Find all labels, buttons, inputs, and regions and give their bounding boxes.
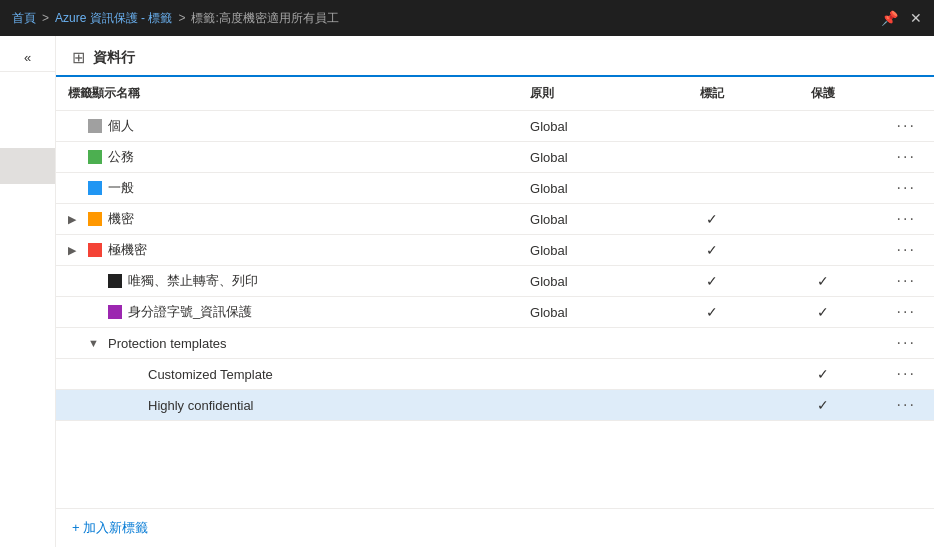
tag-check-icon: ✓ <box>706 242 718 258</box>
label-cell: 唯獨、禁止轉寄、列印 <box>68 272 506 290</box>
label-cell: ▼Protection templates <box>68 336 506 351</box>
content-panel: ⊞ 資料行 標籤顯示名稱 原則 標記 保護 <box>56 36 934 547</box>
policy-cell: Global <box>518 235 657 266</box>
more-options-button[interactable]: ··· <box>897 396 916 413</box>
label-name: 機密 <box>108 210 134 228</box>
table-row[interactable]: 個人Global··· <box>56 111 934 142</box>
protection-cell <box>768 111 879 142</box>
label-cell: 個人 <box>68 117 506 135</box>
actions-cell[interactable]: ··· <box>879 297 934 328</box>
more-options-button[interactable]: ··· <box>897 272 916 289</box>
label-name: 一般 <box>108 179 134 197</box>
breadcrumb: 首頁 > Azure 資訊保護 - 標籤 > 標籤:高度機密適用所有員工 <box>12 10 339 27</box>
color-swatch <box>88 119 102 133</box>
label-name: Protection templates <box>108 336 227 351</box>
actions-cell[interactable]: ··· <box>879 266 934 297</box>
breadcrumb-aip[interactable]: Azure 資訊保護 - 標籤 <box>55 10 172 27</box>
breadcrumb-home[interactable]: 首頁 <box>12 10 36 27</box>
table-row[interactable]: Customized Template✓··· <box>56 359 934 390</box>
protection-check-icon: ✓ <box>817 304 829 320</box>
table-body: 個人Global···公務Global···一般Global···▶機密Glob… <box>56 111 934 421</box>
more-options-button[interactable]: ··· <box>897 365 916 382</box>
table-row[interactable]: ▶極機密Global✓··· <box>56 235 934 266</box>
expand-icon[interactable]: ▶ <box>68 244 84 257</box>
tag-cell: ✓ <box>657 235 768 266</box>
protection-cell: ✓ <box>768 359 879 390</box>
table-row[interactable]: 公務Global··· <box>56 142 934 173</box>
table-header-row: 標籤顯示名稱 原則 標記 保護 <box>56 77 934 111</box>
tag-check-icon: ✓ <box>706 304 718 320</box>
policy-cell <box>518 328 657 359</box>
sidebar-item-3[interactable] <box>0 148 55 184</box>
more-options-button[interactable]: ··· <box>897 210 916 227</box>
tag-cell <box>657 173 768 204</box>
actions-cell[interactable]: ··· <box>879 359 934 390</box>
label-cell: Customized Template <box>68 367 506 382</box>
policy-cell: Global <box>518 297 657 328</box>
top-bar: 首頁 > Azure 資訊保護 - 標籤 > 標籤:高度機密適用所有員工 📌 ✕ <box>0 0 934 36</box>
main-layout: « ⊞ 資料行 標籤顯示名稱 原則 標記 <box>0 36 934 547</box>
protection-cell: ✓ <box>768 266 879 297</box>
more-options-button[interactable]: ··· <box>897 117 916 134</box>
protection-cell <box>768 235 879 266</box>
table-row[interactable]: 一般Global··· <box>56 173 934 204</box>
table-row[interactable]: 身分證字號_資訊保護Global✓✓··· <box>56 297 934 328</box>
more-options-button[interactable]: ··· <box>897 179 916 196</box>
color-swatch <box>88 212 102 226</box>
actions-cell[interactable]: ··· <box>879 142 934 173</box>
col-header-label: 標籤顯示名稱 <box>56 77 518 111</box>
protection-check-icon: ✓ <box>817 397 829 413</box>
label-name: Customized Template <box>148 367 273 382</box>
label-name: 公務 <box>108 148 134 166</box>
tag-cell <box>657 390 768 421</box>
sidebar-item-1[interactable] <box>0 76 55 112</box>
col-header-protection: 保護 <box>768 77 879 111</box>
color-swatch <box>88 243 102 257</box>
sidebar-item-4[interactable] <box>0 184 55 220</box>
actions-cell[interactable]: ··· <box>879 328 934 359</box>
close-icon[interactable]: ✕ <box>910 10 922 26</box>
protection-cell <box>768 328 879 359</box>
policy-cell: Global <box>518 142 657 173</box>
actions-cell[interactable]: ··· <box>879 204 934 235</box>
pin-icon[interactable]: 📌 <box>881 10 898 26</box>
col-header-actions <box>879 77 934 111</box>
actions-cell[interactable]: ··· <box>879 111 934 142</box>
expand-icon[interactable]: ▼ <box>88 337 104 349</box>
actions-cell[interactable]: ··· <box>879 173 934 204</box>
col-header-tag: 標記 <box>657 77 768 111</box>
color-swatch <box>108 274 122 288</box>
table-row[interactable]: ▼Protection templates··· <box>56 328 934 359</box>
more-options-button[interactable]: ··· <box>897 241 916 258</box>
table-row[interactable]: ▶機密Global✓··· <box>56 204 934 235</box>
breadcrumb-current: 標籤:高度機密適用所有員工 <box>191 10 338 27</box>
actions-cell[interactable]: ··· <box>879 235 934 266</box>
label-name: 唯獨、禁止轉寄、列印 <box>128 272 258 290</box>
table-row[interactable]: 唯獨、禁止轉寄、列印Global✓✓··· <box>56 266 934 297</box>
protection-check-icon: ✓ <box>817 366 829 382</box>
more-options-button[interactable]: ··· <box>897 148 916 165</box>
tag-cell: ✓ <box>657 204 768 235</box>
tag-cell: ✓ <box>657 266 768 297</box>
expand-icon[interactable]: ▶ <box>68 213 84 226</box>
panel-header-icon: ⊞ <box>72 48 85 67</box>
tag-check-icon: ✓ <box>706 273 718 289</box>
breadcrumb-sep1: > <box>42 11 49 25</box>
tag-cell <box>657 142 768 173</box>
app-container: 首頁 > Azure 資訊保護 - 標籤 > 標籤:高度機密適用所有員工 📌 ✕… <box>0 0 934 547</box>
sidebar-item-2[interactable] <box>0 112 55 148</box>
label-cell: 公務 <box>68 148 506 166</box>
color-swatch <box>88 181 102 195</box>
sidebar-collapse-button[interactable]: « <box>0 44 55 72</box>
policy-cell <box>518 359 657 390</box>
protection-cell: ✓ <box>768 297 879 328</box>
actions-cell[interactable]: ··· <box>879 390 934 421</box>
protection-cell: ✓ <box>768 390 879 421</box>
add-label-link[interactable]: + 加入新標籤 <box>56 508 934 547</box>
more-options-button[interactable]: ··· <box>897 303 916 320</box>
label-name: 極機密 <box>108 241 147 259</box>
label-name: 身分證字號_資訊保護 <box>128 303 252 321</box>
tag-cell <box>657 359 768 390</box>
table-row[interactable]: Highly confidential✓··· <box>56 390 934 421</box>
more-options-button[interactable]: ··· <box>897 334 916 351</box>
